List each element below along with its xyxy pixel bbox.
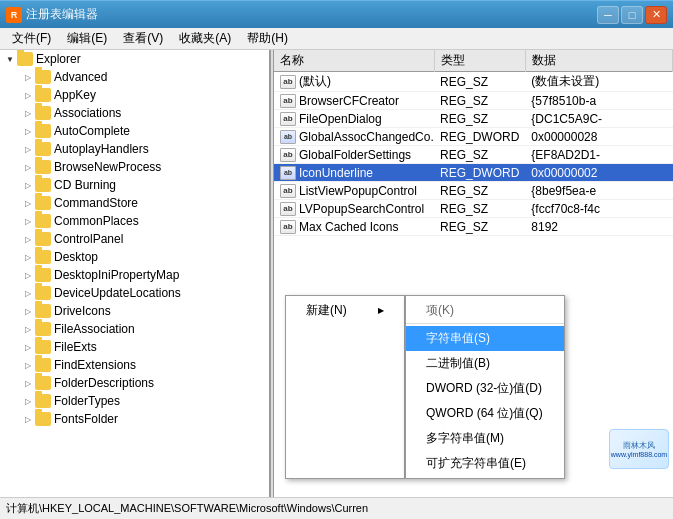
tree-item-autocomplete[interactable]: ▷ AutoComplete bbox=[0, 122, 269, 140]
table-row[interactable]: ab BrowserCFCreator REG_SZ {57f8510b-a bbox=[274, 92, 673, 110]
folder-icon bbox=[35, 304, 51, 318]
cell-data: {DC1C5A9C- bbox=[525, 110, 672, 128]
folder-icon bbox=[35, 358, 51, 372]
tree-label: FontsFolder bbox=[54, 412, 118, 426]
cell-name: ab ListViewPopupControl bbox=[274, 182, 434, 200]
registry-table: 名称 类型 数据 ab (默认) REG_SZ (数值未设置) ab Brows… bbox=[274, 50, 673, 236]
cell-name: ab GlobalAssocChangedCo... bbox=[274, 128, 434, 146]
tree-item-fileexts[interactable]: ▷ FileExts bbox=[0, 338, 269, 356]
folder-icon bbox=[35, 142, 51, 156]
submenu[interactable]: 项(K) 字符串值(S) 二进制值(B) DWORD (32-位)值(D) QW… bbox=[405, 295, 565, 479]
table-row[interactable]: ab GlobalAssocChangedCo... REG_DWORD 0x0… bbox=[274, 128, 673, 146]
tree-item-controlpanel[interactable]: ▷ ControlPanel bbox=[0, 230, 269, 248]
submenu-item-expandstring[interactable]: 可扩充字符串值(E) bbox=[406, 451, 564, 476]
cell-type: REG_SZ bbox=[434, 218, 525, 236]
tree-item-findextensions[interactable]: ▷ FindExtensions bbox=[0, 356, 269, 374]
ab-icon: ab bbox=[280, 112, 296, 126]
folder-icon bbox=[35, 394, 51, 408]
folder-icon bbox=[35, 70, 51, 84]
tree-item-commandstore[interactable]: ▷ CommandStore bbox=[0, 194, 269, 212]
cell-type: REG_SZ bbox=[434, 92, 525, 110]
tree-label: AutoplayHandlers bbox=[54, 142, 149, 156]
tree-item-associations[interactable]: ▷ Associations bbox=[0, 104, 269, 122]
cell-name: ab LVPopupSearchControl bbox=[274, 200, 434, 218]
window-title: 注册表编辑器 bbox=[26, 6, 98, 23]
context-menu-new[interactable]: 新建(N) bbox=[286, 298, 404, 323]
watermark-logo: 雨林木风 www.ylmf888.com bbox=[609, 429, 669, 469]
folder-icon bbox=[35, 160, 51, 174]
expand-arrow: ▷ bbox=[22, 287, 34, 299]
cell-name: ab FileOpenDialog bbox=[274, 110, 434, 128]
tree-item-driveicons[interactable]: ▷ DriveIcons bbox=[0, 302, 269, 320]
folder-icon bbox=[17, 52, 33, 66]
tree-item-foldertypes[interactable]: ▷ FolderTypes bbox=[0, 392, 269, 410]
cell-data: 8192 bbox=[525, 218, 672, 236]
status-bar: 计算机\HKEY_LOCAL_MACHINE\SOFTWARE\Microsof… bbox=[0, 497, 673, 519]
context-menu-container: 新建(N) 项(K) 字符串值(S) 二进制值(B) DWORD (32-位)值… bbox=[285, 295, 565, 479]
tree-label: FolderDescriptions bbox=[54, 376, 154, 390]
column-data[interactable]: 数据 bbox=[525, 50, 672, 72]
table-row[interactable]: ab (默认) REG_SZ (数值未设置) bbox=[274, 72, 673, 92]
minimize-button[interactable]: ─ bbox=[597, 6, 619, 24]
tree-item-fontsfolder[interactable]: ▷ FontsFolder bbox=[0, 410, 269, 428]
context-menu[interactable]: 新建(N) bbox=[285, 295, 405, 479]
table-row[interactable]: ab GlobalFolderSettings REG_SZ {EF8AD2D1… bbox=[274, 146, 673, 164]
app-icon: R bbox=[6, 7, 22, 23]
expand-arrow: ▷ bbox=[22, 125, 34, 137]
cell-data: 0x00000002 bbox=[525, 164, 672, 182]
cell-type: REG_SZ bbox=[434, 182, 525, 200]
menu-file[interactable]: 文件(F) bbox=[4, 28, 59, 49]
submenu-item-dword32[interactable]: DWORD (32-位)值(D) bbox=[406, 376, 564, 401]
table-row[interactable]: ab IconUnderline REG_DWORD 0x00000002 bbox=[274, 164, 673, 182]
cell-type: REG_SZ bbox=[434, 146, 525, 164]
cell-name: ab GlobalFolderSettings bbox=[274, 146, 434, 164]
column-name[interactable]: 名称 bbox=[274, 50, 434, 72]
cell-name: ab BrowserCFCreator bbox=[274, 92, 434, 110]
maximize-button[interactable]: □ bbox=[621, 6, 643, 24]
watermark: 雨林木风 www.ylmf888.com bbox=[609, 429, 669, 469]
table-row[interactable]: ab ListViewPopupControl REG_SZ {8be9f5ea… bbox=[274, 182, 673, 200]
title-controls: ─ □ ✕ bbox=[597, 6, 667, 24]
expand-arrow: ▷ bbox=[22, 323, 34, 335]
menu-view[interactable]: 查看(V) bbox=[115, 28, 171, 49]
tree-panel[interactable]: ▼ Explorer ▷ Advanced ▷ AppKey ▷ Associa… bbox=[0, 50, 270, 497]
tree-label: Desktop bbox=[54, 250, 98, 264]
submenu-item-binary[interactable]: 二进制值(B) bbox=[406, 351, 564, 376]
submenu-item-qword64[interactable]: QWORD (64 位)值(Q) bbox=[406, 401, 564, 426]
folder-icon bbox=[35, 124, 51, 138]
submenu-item-string[interactable]: 字符串值(S) bbox=[406, 326, 564, 351]
tree-item-desktopinipropertymap[interactable]: ▷ DesktopIniPropertyMap bbox=[0, 266, 269, 284]
folder-icon bbox=[35, 268, 51, 282]
tree-label: Explorer bbox=[36, 52, 81, 66]
submenu-item-multistring[interactable]: 多字符串值(M) bbox=[406, 426, 564, 451]
tree-label: FileAssociation bbox=[54, 322, 135, 336]
tree-item-folderdescriptions[interactable]: ▷ FolderDescriptions bbox=[0, 374, 269, 392]
tree-item-commonplaces[interactable]: ▷ CommonPlaces bbox=[0, 212, 269, 230]
tree-item-desktop[interactable]: ▷ Desktop bbox=[0, 248, 269, 266]
menu-favorites[interactable]: 收藏夹(A) bbox=[171, 28, 239, 49]
expand-arrow: ▷ bbox=[22, 269, 34, 281]
status-text: 计算机\HKEY_LOCAL_MACHINE\SOFTWARE\Microsof… bbox=[6, 501, 368, 516]
watermark-url: www.ylmf888.com bbox=[611, 451, 667, 458]
expand-arrow: ▼ bbox=[4, 53, 16, 65]
tree-item-fileassociation[interactable]: ▷ FileAssociation bbox=[0, 320, 269, 338]
tree-item-browsenewprocess[interactable]: ▷ BrowseNewProcess bbox=[0, 158, 269, 176]
table-row[interactable]: ab FileOpenDialog REG_SZ {DC1C5A9C- bbox=[274, 110, 673, 128]
close-button[interactable]: ✕ bbox=[645, 6, 667, 24]
menu-edit[interactable]: 编辑(E) bbox=[59, 28, 115, 49]
tree-item-advanced[interactable]: ▷ Advanced bbox=[0, 68, 269, 86]
tree-item-explorer[interactable]: ▼ Explorer bbox=[0, 50, 269, 68]
folder-icon bbox=[35, 322, 51, 336]
tree-item-deviceupdatelocations[interactable]: ▷ DeviceUpdateLocations bbox=[0, 284, 269, 302]
tree-label: CommandStore bbox=[54, 196, 138, 210]
menu-help[interactable]: 帮助(H) bbox=[239, 28, 296, 49]
column-type[interactable]: 类型 bbox=[434, 50, 525, 72]
table-row[interactable]: ab Max Cached Icons REG_SZ 8192 bbox=[274, 218, 673, 236]
tree-label: FindExtensions bbox=[54, 358, 136, 372]
expand-arrow: ▷ bbox=[22, 359, 34, 371]
tree-item-autoplayhandlers[interactable]: ▷ AutoplayHandlers bbox=[0, 140, 269, 158]
table-row[interactable]: ab LVPopupSearchControl REG_SZ {fccf70c8… bbox=[274, 200, 673, 218]
tree-item-appkey[interactable]: ▷ AppKey bbox=[0, 86, 269, 104]
tree-item-cdburning[interactable]: ▷ CD Burning bbox=[0, 176, 269, 194]
title-bar-left: R 注册表编辑器 bbox=[6, 6, 98, 23]
